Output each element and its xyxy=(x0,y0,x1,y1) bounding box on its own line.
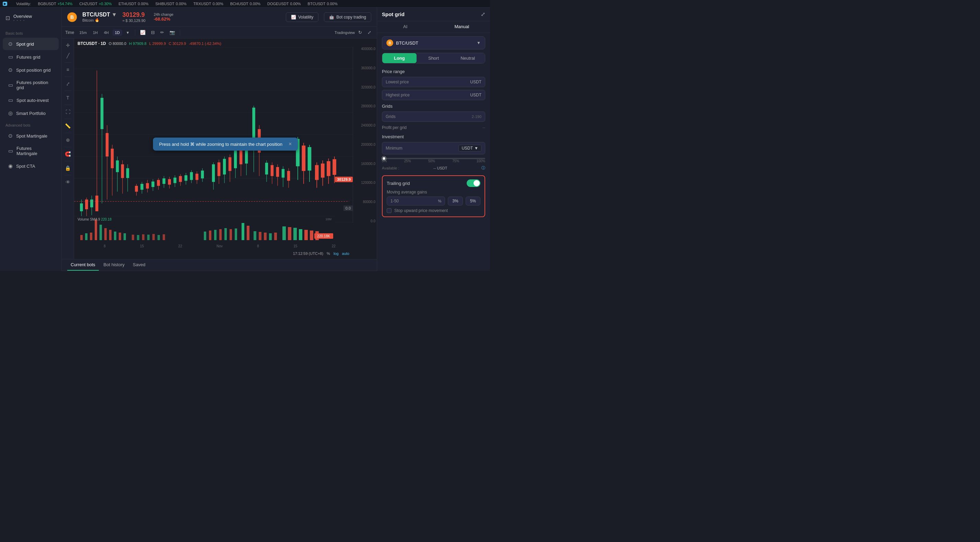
svg-rect-101 xyxy=(80,235,83,240)
svg-rect-129 xyxy=(264,232,267,240)
interval-dropdown[interactable]: ▼ xyxy=(124,30,132,36)
bot-icon: 🤖 xyxy=(329,15,334,19)
tab-current-bots[interactable]: Current bots xyxy=(67,259,99,271)
eye-tool[interactable]: 👁 xyxy=(64,178,72,186)
trend-line-tool[interactable]: ╱ xyxy=(65,51,71,60)
tradingview-label: Tradingview xyxy=(334,30,355,35)
sidebar-item-spot-grid-label: Spot grid xyxy=(16,41,34,47)
direction-long[interactable]: Long xyxy=(382,53,417,63)
refresh-icon[interactable]: ↻ xyxy=(356,29,364,36)
sidebar-overview[interactable]: ⊡ Overview • • • • xyxy=(0,11,61,25)
tab-saved[interactable]: Saved xyxy=(129,259,149,271)
svg-rect-89 xyxy=(308,147,312,170)
sidebar-item-spot-martingale-label: Spot Martingale xyxy=(16,134,47,138)
sidebar: ⊡ Overview • • • • Basic bots ⊙ Spot gri… xyxy=(0,8,62,271)
currency-coin-icon: B xyxy=(387,40,393,46)
ray-tool[interactable]: ⤤ xyxy=(65,79,72,88)
tab-manual[interactable]: Manual xyxy=(434,21,490,33)
panel-expand-button[interactable]: ⤢ xyxy=(481,11,485,17)
sidebar-item-spot-cta[interactable]: ◉ Spot CTA xyxy=(3,160,59,172)
bot-copy-trading-button[interactable]: 🤖 Bot copy trading xyxy=(324,12,371,22)
trailing-toggle[interactable] xyxy=(467,180,480,187)
currency-name: BTC/USDT xyxy=(396,40,474,46)
chart-header: B BTC/USDT ▼ Bitcoin 🔥 30129.9 ≈ $ 30,12… xyxy=(62,8,377,27)
sidebar-item-futures-grid[interactable]: ▭ Futures grid xyxy=(3,51,59,63)
zoom-tool[interactable]: ⊕ xyxy=(65,136,72,144)
svg-rect-111 xyxy=(132,235,134,240)
tab-bot-history[interactable]: Bot history xyxy=(100,259,128,271)
svg-rect-75 xyxy=(265,163,268,174)
chart-canvas-area[interactable]: BTCUSDT · 1D O 80000.0 H 97909.8 L 29999… xyxy=(74,38,377,259)
svg-rect-120 xyxy=(214,230,216,240)
profit-per-grid-row: Profit per grid -- xyxy=(382,124,485,131)
interval-1h[interactable]: 1H xyxy=(91,30,100,36)
highest-price-input[interactable]: Highest price USDT xyxy=(382,90,485,100)
main-content: B BTC/USDT ▼ Bitcoin 🔥 30129.9 ≈ $ 30,12… xyxy=(62,8,377,271)
interval-1d[interactable]: 1D xyxy=(113,30,122,36)
interval-4h[interactable]: 4H xyxy=(102,30,111,36)
sidebar-item-futures-position-grid[interactable]: ▭ Futures position grid xyxy=(3,77,59,93)
sidebar-item-smart-portfolio[interactable]: ◎ Smart Portfolio xyxy=(3,107,59,119)
ohlc-h: H 97909.8 xyxy=(129,41,146,46)
currency-selector[interactable]: B BTC/USDT ▼ xyxy=(382,37,485,49)
stop-upward-checkbox[interactable] xyxy=(387,208,391,213)
svg-rect-27 xyxy=(121,164,124,178)
invest-unit-dropdown[interactable]: USDT ▼ xyxy=(458,145,481,152)
auto-btn[interactable]: auto xyxy=(342,251,349,256)
svg-rect-109 xyxy=(119,232,121,240)
ma-range-input[interactable]: 1-50 % xyxy=(387,197,445,205)
magnet-tool[interactable]: 🧲 xyxy=(64,150,72,158)
percent-bar[interactable]: 0% 25% 50% 75% 100% xyxy=(382,158,485,164)
ma-badge-5pct[interactable]: 5% xyxy=(466,197,480,205)
ohlc-c: C 30129.9 xyxy=(169,41,186,46)
expand-icon[interactable]: ⤢ xyxy=(366,29,373,36)
currency-arrow-icon: ▼ xyxy=(477,40,481,45)
ticker-item-1: CHZUSDT +0.30% xyxy=(79,2,111,6)
price-main: 30129.9 xyxy=(123,11,145,19)
sidebar-item-spot-position-grid[interactable]: ⊙ Spot position grid xyxy=(3,64,59,76)
percent-track[interactable] xyxy=(382,158,485,159)
chart-inner: ✛ ╱ ≡ ⤤ T ⛶ 📏 ⊕ 🧲 🔒 👁 xyxy=(62,38,377,259)
available-label: Available : xyxy=(382,166,399,170)
measure-tool[interactable]: ⛶ xyxy=(64,108,72,116)
line-chart-icon[interactable]: 📈 xyxy=(138,29,148,36)
text-tool[interactable]: T xyxy=(65,94,71,102)
direction-short[interactable]: Short xyxy=(417,53,451,63)
futures-martingale-icon: ▭ xyxy=(8,148,13,154)
available-info-icon[interactable]: ⓘ xyxy=(481,165,485,170)
svg-rect-47 xyxy=(179,176,182,182)
direction-neutral[interactable]: Neutral xyxy=(450,53,485,63)
svg-rect-41 xyxy=(162,178,165,184)
log-btn[interactable]: log xyxy=(334,251,339,256)
svg-rect-128 xyxy=(259,232,261,240)
candle-chart-icon[interactable]: ⊟ xyxy=(149,29,157,36)
interval-15m[interactable]: 15m xyxy=(77,30,89,36)
ruler-tool[interactable]: 📏 xyxy=(64,122,72,130)
volatility-button[interactable]: 📈 Volatility xyxy=(286,12,318,22)
camera-icon[interactable]: 📷 xyxy=(167,29,177,36)
tool-divider-8 xyxy=(65,161,72,161)
ma-badge-3pct[interactable]: 3% xyxy=(448,197,463,205)
investment-input[interactable]: Minimum USDT ▼ xyxy=(382,142,485,154)
sidebar-item-spot-auto-invest[interactable]: ▭ Spot auto-invest xyxy=(3,94,59,106)
pencil-icon[interactable]: ✏ xyxy=(158,29,166,36)
overview-label: Overview xyxy=(13,14,32,19)
ticker-item-4: TRXUSDT 0.00% xyxy=(194,2,223,6)
svg-rect-130 xyxy=(269,233,272,240)
crosshair-tool[interactable]: ✛ xyxy=(65,41,72,49)
sidebar-item-futures-martingale[interactable]: ▭ Futures Martingale xyxy=(3,143,59,159)
svg-rect-77 xyxy=(271,165,274,176)
tooltip-close-button[interactable]: × xyxy=(289,141,292,147)
grids-input[interactable]: Grids 2-190 xyxy=(382,111,485,122)
lock-tool[interactable]: 🔒 xyxy=(64,164,72,172)
percent-btn[interactable]: % xyxy=(327,251,330,256)
percent-thumb[interactable] xyxy=(382,156,386,161)
horizontal-line-tool[interactable]: ≡ xyxy=(65,65,70,74)
svg-rect-17 xyxy=(95,196,99,211)
svg-rect-59 xyxy=(218,162,221,176)
sidebar-item-spot-grid[interactable]: ⊙ Spot grid xyxy=(3,38,59,50)
sidebar-item-spot-martingale[interactable]: ⊙ Spot Martingale xyxy=(3,130,59,142)
lowest-price-input[interactable]: Lowest price USDT xyxy=(382,77,485,87)
tab-ai[interactable]: AI xyxy=(377,21,434,33)
price-change-box: 24h change -68.62% xyxy=(154,12,173,22)
